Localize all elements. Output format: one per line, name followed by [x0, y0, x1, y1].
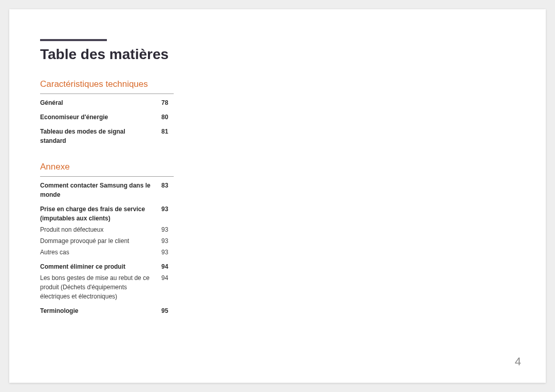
- section-rule: [40, 176, 174, 177]
- toc-column: Caractéristiques techniques Général 78 E…: [40, 79, 174, 315]
- toc-list-caracteristiques: Général 78 Economiseur d'énergie 80 Tabl…: [40, 98, 174, 145]
- toc-entry-label: Les bons gestes de mise au rebut de ce p…: [40, 273, 161, 301]
- page-title: Table des matières: [40, 46, 515, 63]
- document-page: Table des matières Caractéristiques tech…: [9, 9, 546, 383]
- toc-entry-label: Prise en charge des frais de service (im…: [40, 204, 161, 223]
- toc-entry-label: Comment éliminer ce produit: [40, 262, 161, 271]
- toc-entry-label: Economiseur d'énergie: [40, 113, 161, 122]
- toc-entry[interactable]: Terminologie 95: [40, 306, 174, 315]
- section-heading-annexe: Annexe: [40, 162, 174, 173]
- toc-entry[interactable]: Autres cas 93: [40, 248, 174, 257]
- toc-entry-label: Comment contacter Samsung dans le monde: [40, 181, 161, 199]
- toc-entry-page: 93: [161, 236, 174, 246]
- toc-entry[interactable]: Comment contacter Samsung dans le monde …: [40, 181, 174, 199]
- section-rule: [40, 94, 174, 94]
- toc-entry-page: 93: [161, 248, 174, 257]
- toc-entry-label: Général: [40, 98, 161, 107]
- toc-entry[interactable]: Prise en charge des frais de service (im…: [40, 204, 174, 223]
- toc-entry-page: 94: [161, 273, 174, 283]
- toc-entry-page: 94: [161, 262, 174, 271]
- title-rule: [40, 39, 107, 41]
- toc-entry[interactable]: Produit non défectueux 93: [40, 225, 174, 234]
- toc-entry-label: Dommage provoqué par le client: [40, 236, 161, 246]
- toc-entry[interactable]: Tableau des modes de signal standard 81: [40, 127, 174, 145]
- toc-entry-page: 93: [161, 204, 174, 214]
- section-heading-caracteristiques: Caractéristiques techniques: [40, 79, 174, 90]
- toc-entry[interactable]: Economiseur d'énergie 80: [40, 113, 174, 122]
- toc-entry-page: 93: [161, 225, 174, 234]
- toc-entry-page: 80: [161, 113, 174, 122]
- toc-entry-label: Tableau des modes de signal standard: [40, 127, 161, 145]
- toc-entry-page: 81: [161, 127, 174, 136]
- toc-entry[interactable]: Général 78: [40, 98, 174, 107]
- toc-entry-page: 83: [161, 181, 174, 190]
- page-number: 4: [515, 355, 521, 368]
- toc-entry-label: Autres cas: [40, 248, 161, 257]
- toc-entry-label: Produit non défectueux: [40, 225, 161, 234]
- toc-entry[interactable]: Comment éliminer ce produit 94: [40, 262, 174, 271]
- toc-list-annexe: Comment contacter Samsung dans le monde …: [40, 181, 174, 315]
- toc-entry[interactable]: Les bons gestes de mise au rebut de ce p…: [40, 273, 174, 301]
- toc-entry[interactable]: Dommage provoqué par le client 93: [40, 236, 174, 246]
- toc-entry-label: Terminologie: [40, 306, 161, 315]
- toc-entry-page: 78: [161, 98, 174, 107]
- toc-entry-page: 95: [161, 306, 174, 315]
